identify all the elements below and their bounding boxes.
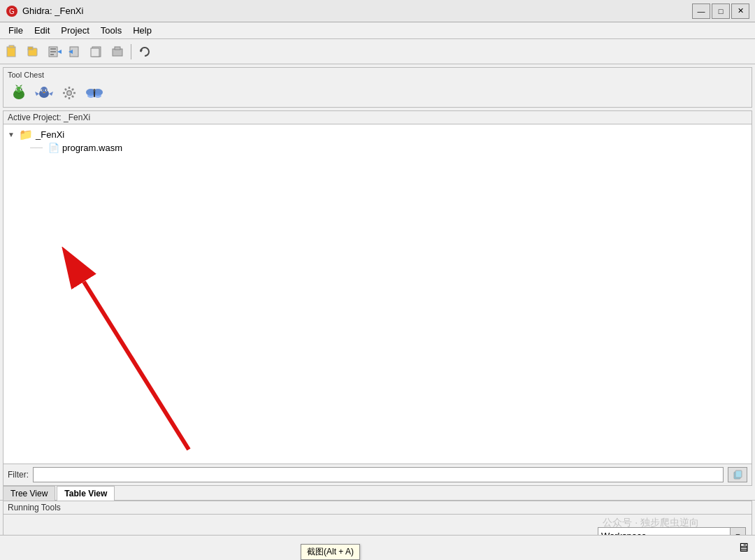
title-bar: G Ghidra: _FenXi — □ ✕ <box>0 0 755 22</box>
chest-icon-dragon[interactable] <box>8 82 30 104</box>
main-window: G Ghidra: _FenXi — □ ✕ File Edit Project… <box>0 0 755 560</box>
screenshot-tooltip: 截图(Alt + A) <box>301 544 360 560</box>
svg-rect-52 <box>735 471 742 478</box>
filter-input[interactable] <box>33 467 724 482</box>
svg-line-42 <box>72 96 73 97</box>
tree-toggle-icon: ▼ <box>8 131 16 138</box>
app-icon: G <box>6 5 18 17</box>
maximize-button[interactable]: □ <box>712 3 730 19</box>
svg-line-43 <box>72 89 73 90</box>
toolbar-btn-2[interactable] <box>45 42 64 62</box>
svg-marker-29 <box>49 92 53 96</box>
tool-chest: Tool Chest <box>3 67 752 108</box>
toolbar-refresh-btn[interactable] <box>135 42 154 62</box>
folder-icon: 📁 <box>19 128 33 141</box>
project-tree: ▼ 📁 _FenXi ┄┄┄ 📄 program.wasm <box>3 124 752 464</box>
svg-marker-25 <box>20 85 22 87</box>
svg-text:G: G <box>9 8 15 15</box>
svg-point-50 <box>94 89 96 92</box>
toolbar <box>0 39 755 64</box>
tree-file-item[interactable]: ┄┄┄ 📄 program.wasm <box>29 142 749 154</box>
svg-point-23 <box>21 89 22 90</box>
svg-point-48 <box>94 94 101 98</box>
tree-root-item[interactable]: ▼ 📁 _FenXi <box>6 127 749 142</box>
svg-marker-10 <box>57 50 62 54</box>
toolbar-btn-5[interactable] <box>108 42 127 62</box>
monitor-icon: 🖥 <box>737 540 749 555</box>
menu-edit[interactable]: Edit <box>29 24 55 37</box>
chest-icon-analyzer[interactable] <box>33 82 55 104</box>
svg-point-36 <box>68 92 71 95</box>
svg-rect-8 <box>50 51 56 52</box>
file-icon: 📄 <box>48 143 59 153</box>
svg-rect-16 <box>115 47 120 50</box>
toolbar-separator <box>131 44 131 59</box>
filter-label: Filter: <box>8 470 29 480</box>
menu-project[interactable]: Project <box>55 24 94 37</box>
tool-chest-label: Tool Chest <box>8 71 747 79</box>
tab-tree-view[interactable]: Tree View <box>3 486 55 501</box>
svg-point-32 <box>42 89 43 90</box>
svg-rect-3 <box>9 45 14 48</box>
toolbar-btn-4[interactable] <box>87 42 106 62</box>
tab-table-view[interactable]: Table View <box>57 486 115 501</box>
window-title: Ghidra: _FenXi <box>22 6 692 16</box>
svg-rect-7 <box>50 48 56 50</box>
svg-marker-28 <box>35 92 39 96</box>
chest-icon-decompiler[interactable] <box>83 82 106 104</box>
toolbar-btn-3[interactable] <box>66 42 85 62</box>
tree-root-label: _FenXi <box>36 129 64 140</box>
svg-point-33 <box>46 89 47 90</box>
chest-icon-settings[interactable] <box>58 82 80 104</box>
toolbar-btn-1[interactable] <box>24 42 43 62</box>
close-button[interactable]: ✕ <box>731 3 749 19</box>
menu-tools[interactable]: Tools <box>95 24 127 37</box>
window-controls: — □ ✕ <box>692 3 749 19</box>
tree-file-label: program.wasm <box>62 143 122 153</box>
menu-bar: File Edit Project Tools Help <box>0 22 755 39</box>
toolbar-btn-0[interactable] <box>3 42 22 62</box>
bottom-bar: 🖥 <box>0 535 755 560</box>
project-header: Active Project: _FenXi <box>3 111 752 124</box>
tabs-bar: Tree View Table View <box>0 486 755 501</box>
svg-point-22 <box>17 89 18 90</box>
filter-bar: Filter: <box>3 464 752 485</box>
svg-rect-9 <box>50 54 54 55</box>
menu-help[interactable]: Help <box>127 24 157 37</box>
svg-line-44 <box>65 96 66 97</box>
minimize-button[interactable]: — <box>692 3 710 19</box>
svg-point-47 <box>87 94 94 98</box>
tool-chest-icons <box>8 82 747 104</box>
running-tools-header: Running Tools <box>3 501 752 515</box>
tree-dotted: ┄┄┄ <box>30 144 43 152</box>
svg-marker-24 <box>15 85 18 87</box>
menu-file[interactable]: File <box>3 24 29 37</box>
svg-rect-2 <box>7 47 15 57</box>
svg-rect-5 <box>28 47 33 50</box>
project-section: Active Project: _FenXi ▼ 📁 _FenXi ┄┄┄ 📄 … <box>3 110 752 486</box>
svg-rect-14 <box>91 48 99 57</box>
svg-line-41 <box>65 89 66 90</box>
filter-copy-btn[interactable] <box>728 467 747 482</box>
